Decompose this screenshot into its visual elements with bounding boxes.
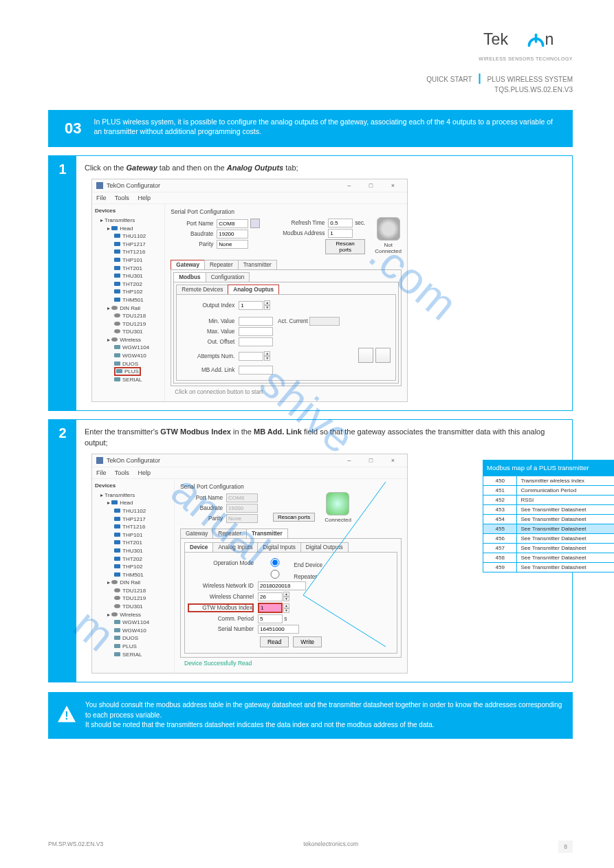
output-index-input[interactable] bbox=[239, 301, 263, 310]
step-number: 2 bbox=[49, 420, 76, 682]
offset-input[interactable] bbox=[239, 337, 273, 346]
device-tree[interactable]: Devices ▸ Transmitters ▸ Head THU1102THP… bbox=[92, 479, 175, 673]
menu-file[interactable]: File bbox=[96, 469, 107, 476]
tree-item[interactable]: WGW1104 bbox=[114, 619, 171, 627]
tree-item[interactable]: THU301 bbox=[114, 547, 171, 555]
tree-item[interactable]: THT201 bbox=[114, 539, 171, 547]
tree-item[interactable]: THP102 bbox=[114, 563, 171, 571]
tree-item[interactable]: THT202 bbox=[114, 280, 162, 289]
rescan-button[interactable]: Rescan ports bbox=[273, 513, 315, 522]
tree-item[interactable]: DUOS bbox=[114, 634, 171, 643]
tree-item[interactable]: THM501 bbox=[114, 571, 171, 579]
modbus-addr-input[interactable] bbox=[328, 229, 353, 238]
menu-bar[interactable]: File Tools Help bbox=[92, 192, 407, 204]
subtab-remote[interactable]: Remote Devices bbox=[176, 285, 228, 294]
tree-item[interactable]: THM501 bbox=[114, 296, 162, 304]
tree-item[interactable]: THT1216 bbox=[114, 248, 162, 256]
table-row: 457See Transmitter Datasheet- bbox=[483, 544, 615, 553]
step-title: Click on the Gateway tab and then on the… bbox=[85, 163, 564, 173]
subtab-analog[interactable]: Analog Ouptus bbox=[228, 285, 279, 294]
tab-repeater[interactable]: Repeater bbox=[204, 260, 239, 269]
min-value-input[interactable] bbox=[239, 317, 273, 326]
section-text: In PLUS wireless system, it is possible … bbox=[94, 117, 562, 136]
warning-icon: ! bbox=[56, 704, 77, 727]
tree-item[interactable]: TDU1218 bbox=[114, 587, 171, 595]
menu-file[interactable]: File bbox=[96, 194, 107, 201]
tree-item[interactable]: TDU1218 bbox=[114, 312, 162, 320]
tab-repeater[interactable]: Repeater bbox=[212, 528, 247, 538]
netid-input[interactable] bbox=[258, 581, 306, 590]
tab-transmitter[interactable]: Transmitter bbox=[246, 528, 288, 538]
read-button[interactable]: Read bbox=[260, 636, 289, 647]
table-row: 456See Transmitter Datasheet- bbox=[483, 534, 615, 544]
tree-item[interactable]: PLUS bbox=[114, 643, 171, 651]
menu-tools[interactable]: Tools bbox=[115, 469, 129, 476]
footer-url: tekonelectronics.com bbox=[303, 841, 358, 853]
page-footer: PM.SP.WS.02.EN.V3 tekonelectronics.com 8 bbox=[48, 841, 573, 853]
tree-item[interactable]: WGW410 bbox=[114, 352, 162, 360]
window-controls[interactable]: – □ × bbox=[347, 182, 403, 189]
attempts-input[interactable] bbox=[239, 352, 263, 361]
tree-item[interactable]: TDU1219 bbox=[114, 320, 162, 329]
port-name-select[interactable] bbox=[217, 219, 248, 228]
tree-item[interactable]: THP101 bbox=[114, 256, 162, 265]
serial-input[interactable] bbox=[258, 625, 299, 634]
baudrate-select bbox=[226, 504, 258, 513]
mblink-input[interactable] bbox=[239, 366, 273, 375]
doc-product: PLUS WIRELESS SYSTEM bbox=[487, 76, 573, 83]
tab-transmitter[interactable]: Transmitter bbox=[238, 260, 277, 269]
menu-tools[interactable]: Tools bbox=[115, 194, 129, 201]
action-icon-1[interactable] bbox=[358, 348, 373, 363]
refresh-port-icon[interactable] bbox=[250, 219, 260, 228]
tree-item[interactable]: TDU1219 bbox=[114, 594, 171, 603]
tree-item[interactable]: WGW410 bbox=[114, 627, 171, 635]
menu-help[interactable]: Help bbox=[138, 194, 151, 201]
subtab-ain[interactable]: Analog Inputs bbox=[212, 542, 258, 552]
tree-item[interactable]: SERIAL bbox=[114, 376, 162, 384]
tree-item[interactable]: THU1102 bbox=[114, 232, 162, 241]
warn-line-1: You should consult the modbus address ta… bbox=[85, 700, 563, 720]
refresh-input[interactable] bbox=[328, 219, 353, 227]
table-row: 455See Transmitter Datasheet- bbox=[483, 524, 615, 534]
tree-item[interactable]: THU301 bbox=[114, 272, 162, 280]
tree-item[interactable]: SERIAL bbox=[114, 651, 171, 659]
action-icon-2[interactable] bbox=[375, 348, 391, 363]
tree-root[interactable]: ▸ Transmitters ▸ Head THU1102THP1217THT1… bbox=[100, 216, 162, 383]
connect-icon[interactable] bbox=[326, 492, 349, 515]
tree-item[interactable]: WGW1104 bbox=[114, 344, 162, 352]
channel-input[interactable] bbox=[258, 592, 283, 601]
warning-banner: ! You should consult the modbus address … bbox=[48, 692, 573, 739]
subtab-din[interactable]: Digital Inputs bbox=[257, 542, 300, 552]
tree-item[interactable]: THT202 bbox=[114, 555, 171, 564]
menu-bar[interactable]: File Tools Help bbox=[92, 467, 407, 479]
subtab-modbus[interactable]: Modbus bbox=[173, 272, 206, 282]
tree-item[interactable]: PLUS bbox=[114, 368, 162, 376]
subtab-configuration[interactable]: Configuration bbox=[206, 272, 250, 282]
tree-item[interactable]: THT1216 bbox=[114, 523, 171, 531]
write-button[interactable]: Write bbox=[293, 636, 322, 647]
tree-item[interactable]: THU1102 bbox=[114, 507, 171, 515]
parity-select[interactable] bbox=[217, 240, 248, 249]
comm-period-input[interactable] bbox=[258, 614, 283, 623]
tab-gateway[interactable]: Gateway bbox=[180, 528, 213, 538]
window-controls[interactable]: – □ × bbox=[347, 457, 403, 464]
subtab-dout[interactable]: Digital Outputs bbox=[300, 542, 349, 552]
gtw-index-input[interactable] bbox=[258, 603, 283, 613]
tree-item[interactable]: THT201 bbox=[114, 265, 162, 273]
tree-item[interactable]: THP101 bbox=[114, 531, 171, 539]
tree-item[interactable]: THP102 bbox=[114, 288, 162, 296]
tree-item[interactable]: TDU301 bbox=[114, 328, 162, 336]
menu-help[interactable]: Help bbox=[138, 469, 151, 476]
rescan-button[interactable]: Rescan ports bbox=[325, 239, 365, 254]
connect-icon[interactable] bbox=[377, 217, 400, 241]
opmode-rep[interactable] bbox=[258, 570, 292, 579]
tree-item[interactable]: THP1217 bbox=[114, 515, 171, 524]
opmode-end[interactable] bbox=[258, 558, 292, 567]
tree-item[interactable]: TDU301 bbox=[114, 603, 171, 611]
device-tree[interactable]: Devices ▸ Transmitters ▸ Head THU1102THP… bbox=[92, 204, 165, 401]
tree-item[interactable]: THP1217 bbox=[114, 241, 162, 249]
subtab-device[interactable]: Device bbox=[184, 542, 213, 552]
baudrate-select[interactable] bbox=[217, 230, 248, 238]
max-value-input[interactable] bbox=[239, 327, 273, 336]
tab-gateway[interactable]: Gateway bbox=[171, 260, 205, 269]
